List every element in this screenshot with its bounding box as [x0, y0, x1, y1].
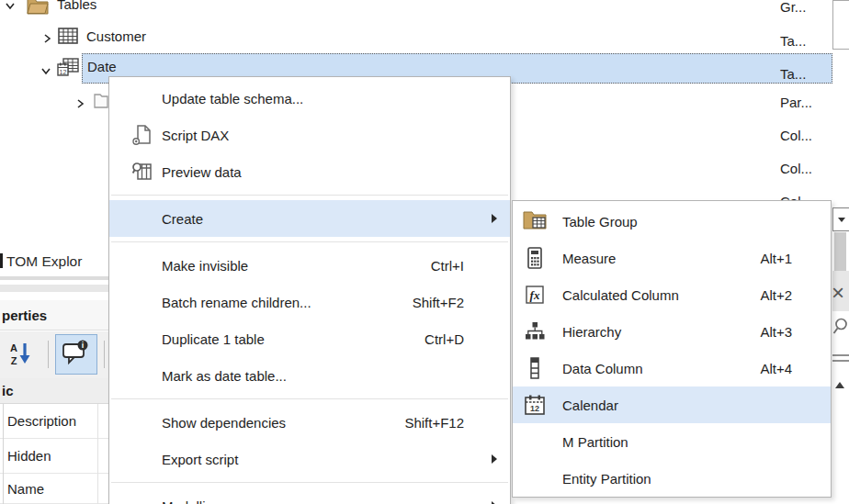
chevron-down-icon[interactable] — [5, 0, 16, 9]
svg-text:12: 12 — [530, 404, 539, 413]
table-icon — [58, 28, 78, 48]
property-label: Hidden — [7, 448, 51, 464]
tree-item-date[interactable]: Date — [87, 58, 117, 76]
menu-item-duplicate-table[interactable]: Duplicate 1 table Ctrl+D — [109, 320, 510, 357]
menu-item-make-invisible[interactable]: Make invisible Ctrl+I — [109, 247, 510, 284]
tree-value: Col... — [780, 127, 812, 145]
property-row-hidden[interactable]: Hidden — [0, 439, 108, 474]
submenu-item-calendar[interactable]: 12 Calendar — [513, 386, 831, 423]
shortcut: Shift+F12 — [404, 415, 464, 431]
grid-border — [3, 404, 4, 504]
close-icon[interactable]: × — [828, 281, 848, 305]
submenu-item-calculated-column[interactable]: fx Calculated Column Alt+2 — [513, 276, 831, 313]
folder-icon — [94, 92, 108, 112]
properties-header: perties — [0, 300, 108, 330]
data-column-icon — [523, 356, 547, 380]
panel-divider — [0, 276, 108, 280]
shortcut: Shift+F2 — [413, 295, 464, 310]
shortcut: Ctrl+D — [424, 331, 464, 347]
hierarchy-icon — [523, 319, 547, 343]
tree-item-customer[interactable]: Customer — [86, 28, 146, 46]
dropdown-arrow-icon — [838, 218, 845, 222]
sort-az-button[interactable]: A Z — [6, 338, 37, 373]
menu-separator — [111, 482, 508, 483]
tree-value: Col... — [780, 160, 812, 178]
scrollbar-edge — [832, 360, 849, 362]
script-dax-icon — [131, 124, 153, 146]
tree-value: Ta... — [780, 32, 806, 50]
tree-value: Ta... — [780, 65, 806, 84]
properties-category-basic: ic — [0, 378, 108, 404]
chevron-right-icon[interactable] — [41, 31, 52, 42]
svg-text:Z: Z — [11, 355, 17, 366]
shortcut: Alt+2 — [760, 287, 792, 303]
svg-text:i: i — [82, 341, 85, 350]
tree-item-tables[interactable]: Tables — [57, 0, 96, 14]
menu-item-preview-data[interactable]: Preview data — [109, 153, 510, 190]
submenu-item-entity-partition[interactable]: Entity Partition — [513, 460, 831, 497]
scroll-up-icon[interactable] — [835, 366, 844, 383]
toolbar-separator — [48, 341, 49, 368]
table-group-icon — [523, 209, 547, 233]
svg-text:12: 12 — [60, 69, 67, 75]
menu-item-batch-rename-children[interactable]: Batch rename children... Shift+F2 — [109, 284, 510, 320]
context-menu: Update table schema... Script DAX Previe… — [108, 76, 511, 504]
svg-text:A: A — [10, 342, 17, 353]
scrollbar-edge — [832, 354, 849, 356]
tree-value: Par... — [780, 94, 812, 112]
chevron-down-icon[interactable] — [40, 63, 51, 74]
comment-info-toggle-button[interactable]: i — [55, 334, 97, 375]
menu-separator — [111, 195, 508, 196]
measure-icon — [523, 246, 547, 270]
toolbar-separator — [104, 341, 105, 368]
menu-separator — [111, 241, 508, 242]
property-label: Name — [7, 481, 44, 497]
shortcut: Alt+1 — [760, 251, 792, 266]
shortcut: Ctrl+I — [431, 258, 464, 274]
shortcut: Alt+4 — [760, 361, 792, 376]
menu-item-script-dax[interactable]: Script DAX — [109, 117, 510, 153]
submenu-item-measure[interactable]: Measure Alt+1 — [513, 240, 831, 276]
menu-item-show-dependencies[interactable]: Show dependencies Shift+F12 — [109, 404, 510, 441]
panel-divider — [0, 285, 108, 292]
menu-item-mark-as-date-table[interactable]: Mark as date table... — [109, 357, 510, 394]
menu-separator — [111, 398, 508, 399]
menu-item-modelling[interactable]: Modelling — [109, 487, 510, 504]
calculated-column-icon: fx — [523, 283, 547, 307]
submenu-item-table-group[interactable]: Table Group — [513, 203, 831, 240]
clipped-glyph — [0, 253, 3, 268]
preview-data-icon — [131, 161, 153, 183]
submenu-item-hierarchy[interactable]: Hierarchy Alt+3 — [513, 313, 831, 350]
menu-item-update-table-schema[interactable]: Update table schema... — [109, 80, 510, 117]
search-icon[interactable] — [831, 317, 849, 337]
dropdown-button[interactable] — [832, 207, 849, 231]
scrollbar-thumb[interactable] — [832, 0, 849, 50]
shortcut: Alt+3 — [760, 324, 792, 340]
tom-explorer-title: TOM Explor — [6, 249, 82, 274]
svg-text:fx: fx — [530, 288, 540, 302]
calendar-icon: 12 — [523, 393, 547, 417]
submenu-item-m-partition[interactable]: M Partition — [513, 423, 831, 460]
tree-value: Gr... — [780, 0, 806, 17]
menu-item-create[interactable]: Create — [109, 200, 510, 237]
create-submenu: Table Group Measure Alt+1 fx Calculated … — [512, 200, 832, 498]
property-label: Description — [7, 413, 76, 429]
comment-info-icon: i — [61, 339, 92, 370]
submenu-arrow-icon — [492, 454, 497, 464]
property-row-description[interactable]: Description — [0, 404, 108, 439]
submenu-arrow-icon — [492, 214, 497, 223]
chevron-right-icon[interactable] — [74, 96, 85, 107]
folder-icon — [27, 0, 49, 18]
sort-az-icon: A Z — [7, 340, 35, 371]
date-table-icon: 12 — [57, 58, 79, 80]
property-row-name[interactable]: Name — [0, 474, 108, 504]
menu-item-export-script[interactable]: Export script — [109, 441, 510, 477]
scrollbar-track[interactable] — [834, 232, 846, 271]
submenu-item-data-column[interactable]: Data Column Alt+4 — [513, 350, 831, 386]
properties-toolbar: A Z i — [0, 331, 108, 378]
grid-column-splitter[interactable] — [97, 404, 98, 504]
